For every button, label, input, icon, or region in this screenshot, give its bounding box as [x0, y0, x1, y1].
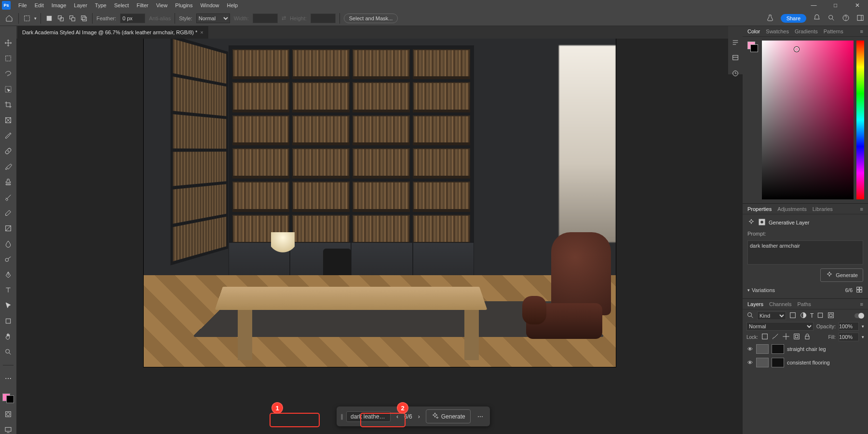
chevron-down-icon[interactable]: ▾: [747, 288, 750, 293]
dodge-tool-icon[interactable]: [2, 255, 14, 264]
layer-name[interactable]: consistent flooring: [787, 360, 830, 365]
search-icon[interactable]: [827, 14, 835, 23]
object-select-tool-icon[interactable]: [2, 85, 14, 94]
zoom-tool-icon[interactable]: [2, 348, 14, 356]
tab-layers[interactable]: Layers: [747, 301, 763, 307]
path-select-tool-icon[interactable]: [2, 301, 14, 310]
tab-close-icon[interactable]: ×: [200, 29, 203, 35]
maximize-icon[interactable]: □: [825, 0, 846, 11]
edit-toolbar-icon[interactable]: ⋯: [2, 374, 14, 383]
brush-tool-icon[interactable]: [2, 162, 14, 171]
selection-new-icon[interactable]: [45, 14, 54, 23]
filter-adjust-icon[interactable]: [800, 311, 807, 320]
canvas-area[interactable]: ∥ dark leather ar... ‹ 6/6 › Generate ⋯ …: [16, 39, 743, 434]
color-field[interactable]: [762, 41, 854, 199]
style-select[interactable]: Normal: [196, 14, 230, 23]
menu-window[interactable]: Window: [196, 2, 223, 8]
crop-tool-icon[interactable]: [2, 100, 14, 109]
tab-paths[interactable]: Paths: [798, 301, 811, 307]
hue-slider[interactable]: [856, 41, 864, 199]
filter-kind-select[interactable]: Kind: [757, 311, 786, 320]
panel-icon-2[interactable]: [731, 54, 740, 62]
gradient-tool-icon[interactable]: [2, 224, 14, 233]
shape-tool-icon[interactable]: [2, 317, 14, 325]
properties-generate-button[interactable]: Generate: [820, 268, 863, 282]
beaker-icon[interactable]: [766, 14, 774, 23]
generate-button[interactable]: Generate: [426, 409, 471, 423]
layer-mask-thumbnail[interactable]: [772, 344, 784, 354]
lock-all-icon[interactable]: [803, 333, 811, 341]
lock-brush-icon[interactable]: [772, 333, 779, 341]
menu-type[interactable]: Type: [91, 2, 110, 8]
eraser-tool-icon[interactable]: [2, 209, 14, 217]
document-tab[interactable]: Dark Academia Styled AI Image @ 66.7% (d…: [17, 26, 208, 39]
tab-swatches[interactable]: Swatches: [766, 28, 789, 34]
color-picker[interactable]: [743, 37, 868, 203]
lock-position-icon[interactable]: [782, 333, 790, 341]
tab-channels[interactable]: Channels: [769, 301, 791, 307]
menu-file[interactable]: File: [14, 2, 31, 8]
layer-thumbnail[interactable]: [756, 344, 769, 354]
chevron-down-icon[interactable]: ▾: [862, 324, 864, 329]
menu-view[interactable]: View: [152, 2, 172, 8]
pen-tool-icon[interactable]: [2, 270, 14, 279]
marquee-tool-icon[interactable]: [2, 54, 14, 63]
move-tool-icon[interactable]: [2, 39, 14, 47]
tab-libraries[interactable]: Libraries: [813, 206, 833, 212]
bell-icon[interactable]: [813, 14, 821, 23]
tab-adjustments[interactable]: Adjustments: [777, 206, 807, 212]
panel-menu-icon[interactable]: ≡: [860, 206, 863, 212]
selection-intersect-icon[interactable]: [80, 14, 88, 23]
eyedropper-tool-icon[interactable]: [2, 131, 14, 140]
more-options-icon[interactable]: ⋯: [475, 411, 486, 422]
history-panel-icon[interactable]: [731, 70, 740, 77]
menu-plugins[interactable]: Plugins: [171, 2, 196, 8]
color-swatches[interactable]: [2, 393, 14, 403]
select-and-mask-button[interactable]: Select and Mask...: [344, 14, 398, 23]
selection-add-icon[interactable]: [56, 14, 65, 23]
layer-item[interactable]: 👁 straight chair leg: [746, 343, 864, 355]
tab-color[interactable]: Color: [747, 28, 760, 34]
filter-toggle[interactable]: [854, 313, 864, 318]
filter-shape-icon[interactable]: [816, 311, 824, 320]
fill-input[interactable]: [839, 333, 859, 341]
question-icon[interactable]: [842, 14, 850, 23]
layer-mask-thumbnail[interactable]: [772, 358, 784, 367]
blend-mode-select[interactable]: Normal: [746, 322, 814, 331]
tab-properties[interactable]: Properties: [747, 206, 772, 212]
workspace-icon[interactable]: [856, 14, 864, 23]
lock-nested-icon[interactable]: [793, 333, 800, 341]
lasso-tool-icon[interactable]: [2, 70, 14, 78]
background-swatch[interactable]: [6, 395, 14, 403]
layer-name[interactable]: straight chair leg: [787, 346, 826, 352]
color-cursor[interactable]: [794, 47, 799, 52]
type-tool-icon[interactable]: [2, 286, 14, 294]
share-button[interactable]: Share: [781, 14, 806, 23]
search-icon[interactable]: [746, 311, 754, 320]
marquee-tool-icon[interactable]: [23, 14, 31, 23]
tab-patterns[interactable]: Patterns: [824, 28, 843, 34]
screen-mode-icon[interactable]: [2, 425, 14, 434]
filter-type-icon[interactable]: T: [810, 312, 814, 319]
blur-tool-icon[interactable]: [2, 239, 14, 248]
layer-thumbnail[interactable]: [756, 358, 769, 367]
prev-variation-icon[interactable]: ‹: [394, 413, 400, 420]
visibility-icon[interactable]: 👁: [746, 346, 753, 352]
menu-edit[interactable]: Edit: [31, 2, 48, 8]
chevron-down-icon[interactable]: ▾: [862, 335, 864, 339]
healing-tool-icon[interactable]: [2, 147, 14, 155]
frame-tool-icon[interactable]: [2, 116, 14, 125]
quick-mask-icon[interactable]: [2, 410, 14, 419]
feather-input[interactable]: [120, 14, 145, 23]
picker-swatches[interactable]: [747, 42, 758, 52]
next-variation-icon[interactable]: ›: [416, 413, 422, 420]
opacity-input[interactable]: [839, 322, 859, 331]
menu-help[interactable]: Help: [223, 2, 242, 8]
menu-image[interactable]: Image: [48, 2, 70, 8]
tab-gradients[interactable]: Gradients: [795, 28, 818, 34]
menu-filter[interactable]: Filter: [133, 2, 152, 8]
hand-tool-icon[interactable]: [2, 332, 14, 341]
panel-icon-1[interactable]: [731, 39, 740, 46]
prompt-textarea[interactable]: dark leather armchair: [747, 240, 863, 265]
layer-item[interactable]: 👁 consistent flooring: [746, 357, 864, 368]
